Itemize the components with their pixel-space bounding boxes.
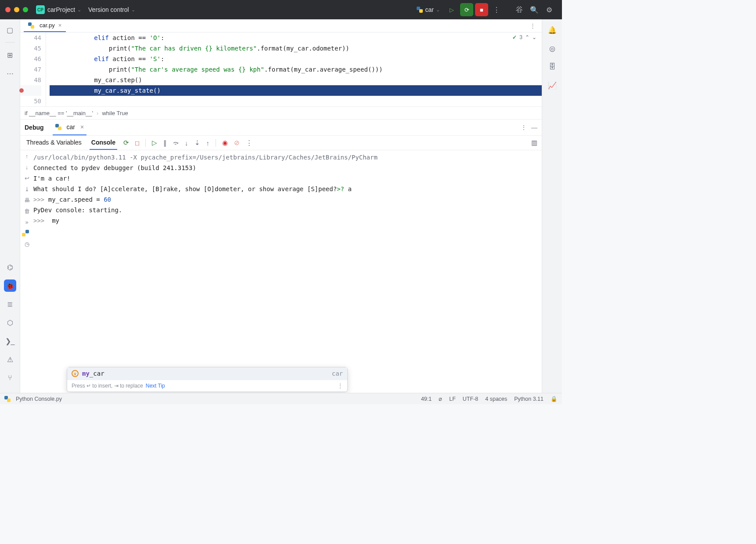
chevron-down-icon: ⌄ <box>436 7 440 13</box>
autocomplete-footer: Press ↵ to insert, ⇥ to replace Next Tip… <box>67 380 347 392</box>
history-icon[interactable]: ◷ <box>25 241 29 247</box>
indent-setting[interactable]: 4 spaces <box>485 396 507 402</box>
python-file-icon <box>28 22 34 29</box>
soft-wrap-icon[interactable]: ↩ <box>25 175 29 181</box>
more-actions-button[interactable]: ⋮ <box>490 3 503 16</box>
python-packages-icon[interactable]: ⌬ <box>4 261 16 273</box>
rerun-icon[interactable]: ⟳ <box>123 139 129 147</box>
notifications-icon[interactable]: 🔔 <box>546 24 558 36</box>
stack-tool-icon[interactable]: ≣ <box>4 298 16 310</box>
project-badge: CP <box>36 5 45 14</box>
services-tool-icon[interactable]: ⬡ <box>4 316 16 329</box>
python-icon <box>55 124 61 130</box>
editor-tabbar: car.py × ⋮ <box>20 19 542 33</box>
debug-session-tab[interactable]: car × <box>53 120 87 135</box>
stop-icon[interactable]: □ <box>135 139 139 147</box>
line-separator[interactable]: LF <box>449 396 456 402</box>
search-everywhere-button[interactable]: 🔍 <box>528 3 541 16</box>
tab-filename: car.py <box>40 22 55 29</box>
autocomplete-rest: _car <box>90 370 104 377</box>
python-file-icon <box>4 396 11 402</box>
run-config-name: car <box>425 6 434 13</box>
breadcrumb-item[interactable]: if __name__ == '__main__' <box>25 110 93 116</box>
breadcrumb-item[interactable]: while True <box>102 110 128 116</box>
vcs-menu[interactable]: Version control ⌄ <box>88 6 135 13</box>
scroll-up-icon[interactable]: ↑ <box>25 153 29 160</box>
debug-tool-icon[interactable]: 🐞 <box>4 279 16 292</box>
vcs-label: Version control <box>88 6 129 13</box>
titlebar: CP carProject ⌄ Version control ⌄ car ⌄ … <box>0 0 562 19</box>
threads-variables-tab[interactable]: Threads & Variables <box>25 136 83 150</box>
status-file-name: Python Console.py <box>16 396 62 402</box>
step-out-icon[interactable]: ↑ <box>206 139 210 147</box>
python-icon <box>417 7 423 13</box>
more-tool-icon[interactable]: ⋯ <box>4 67 16 80</box>
maximize-window-button[interactable] <box>23 7 28 12</box>
project-name: carProject <box>47 6 75 13</box>
chevron-right-icon: › <box>97 110 98 116</box>
left-tool-rail: ▢ ⊞ ⋯ ⌬ 🐞 ≣ ⬡ ❯_ ⚠ ⑂ <box>0 19 20 393</box>
right-tool-rail: 🔔 ◎ 🗄 📈 <box>542 19 562 393</box>
status-indent-guide-icon[interactable]: ⌀ <box>439 395 442 402</box>
stop-button[interactable]: ■ <box>475 3 488 16</box>
step-into-icon[interactable]: ↓ <box>185 139 188 147</box>
lock-icon[interactable]: 🔒 <box>551 395 558 402</box>
debug-panel: Debug car × ⋮ — Threads & Variables Cons… <box>20 120 542 393</box>
autocomplete-hint: Press ↵ to insert, ⇥ to replace <box>72 383 143 389</box>
autocomplete-item[interactable]: v my_car car <box>67 367 347 380</box>
debug-button[interactable]: ⟳ <box>460 3 473 16</box>
vcs-tool-icon[interactable]: ⑂ <box>4 372 16 384</box>
code-with-me-icon[interactable]: ⾕ <box>513 3 526 16</box>
expand-icon[interactable]: » <box>25 219 28 225</box>
console-tab[interactable]: Console <box>90 136 117 150</box>
project-selector[interactable]: CP carProject ⌄ <box>36 5 81 14</box>
autocomplete-popup[interactable]: v my_car car Press ↵ to insert, ⇥ to rep… <box>67 367 348 392</box>
scroll-to-end-icon[interactable]: ⤓ <box>25 186 29 192</box>
code-editor[interactable]: 444546474850 elif action == 'O': print("… <box>20 33 542 106</box>
scroll-down-icon[interactable]: ↓ <box>25 164 29 170</box>
run-button[interactable]: ▷ <box>445 3 458 16</box>
database-icon[interactable]: 🗄 <box>546 61 558 73</box>
minimize-window-button[interactable] <box>14 7 19 12</box>
step-over-icon[interactable]: ⤼ <box>173 139 179 147</box>
print-icon[interactable]: 🖶 <box>24 197 30 203</box>
ai-assistant-icon[interactable]: ◎ <box>546 42 558 54</box>
layout-settings-icon[interactable]: ▥ <box>531 139 537 147</box>
terminal-tool-icon[interactable]: ❯_ <box>4 335 16 347</box>
autocomplete-more-icon[interactable]: ⋮ <box>338 383 343 389</box>
minimize-panel-button[interactable]: — <box>531 124 537 131</box>
status-current-file[interactable]: Python Console.py <box>4 396 62 402</box>
next-tip-link[interactable]: Next Tip <box>146 383 165 389</box>
file-encoding[interactable]: UTF-8 <box>463 396 478 402</box>
caret-position[interactable]: 49:1 <box>421 396 432 402</box>
breadcrumb[interactable]: if __name__ == '__main__' › while True <box>20 106 542 120</box>
mute-breakpoints-icon[interactable]: ⊘ <box>234 139 240 147</box>
run-config-selector[interactable]: car ⌄ <box>417 6 440 13</box>
console-area: ↑ ↓ ↩ ⤓ 🖶 🗑 » ◷ /usr/local/bin/python3.1… <box>20 150 542 393</box>
clear-icon[interactable]: 🗑 <box>24 208 30 214</box>
structure-tool-icon[interactable]: ⊞ <box>4 49 16 61</box>
close-tab-button[interactable]: × <box>58 22 62 29</box>
tab-more-button[interactable]: ⋮ <box>527 22 538 29</box>
debug-more-icon[interactable]: ⋮ <box>246 139 252 147</box>
project-tool-icon[interactable]: ▢ <box>4 24 16 36</box>
debug-session-name: car <box>67 123 75 131</box>
view-breakpoints-icon[interactable]: ◉ <box>222 139 228 147</box>
settings-button[interactable]: ⚙ <box>543 3 556 16</box>
debug-header: Debug car × ⋮ — <box>20 120 542 135</box>
problems-tool-icon[interactable]: ⚠ <box>4 353 16 366</box>
python-console-icon[interactable] <box>25 230 28 236</box>
interpreter[interactable]: Python 3.11 <box>514 396 544 402</box>
console-output[interactable]: /usr/local/bin/python3.11 -X pycache_pre… <box>33 150 542 393</box>
step-into-my-icon[interactable]: ⇣ <box>194 139 200 147</box>
resume-icon[interactable]: ▷ <box>152 139 157 147</box>
window-controls <box>5 7 28 12</box>
variable-icon: v <box>72 370 79 377</box>
close-window-button[interactable] <box>5 7 11 12</box>
coverage-icon[interactable]: 📈 <box>546 79 558 91</box>
editor-tab[interactable]: car.py × <box>24 19 66 32</box>
breakpoint-icon[interactable] <box>19 88 24 93</box>
close-session-button[interactable]: × <box>80 123 84 131</box>
pause-icon[interactable]: ‖ <box>163 139 167 147</box>
debug-more-button[interactable]: ⋮ <box>521 124 527 131</box>
